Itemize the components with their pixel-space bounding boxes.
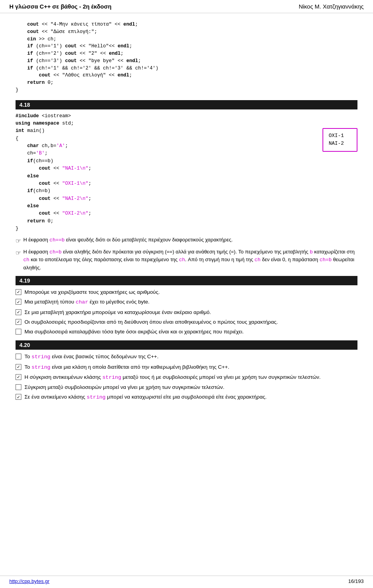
section-419-list: ✓ Μπορούμε να χειριζόμαστε τους χαρακτήρ… <box>16 288 357 336</box>
list-item: ✓ Σε μια μεταβλητή χαρακτήρα μπορούμε να… <box>16 309 357 316</box>
list-item: Σύγκριση μεταξύ συμβολοσειρών μπορεί να … <box>16 383 357 391</box>
output-box-418: OXI-1 NAI-2 <box>322 128 357 152</box>
output-line-1: OXI-1 <box>329 132 351 140</box>
list-item: ✓ Η σύγκριση αντικειμένων κλάσης string … <box>16 373 357 382</box>
code-line: return 0; <box>16 79 357 87</box>
item-text: Μια συμβολοσειρά καταλαμβάνει τόσα byte … <box>24 328 357 336</box>
header: Η γλώσσα C++ σε βάθος - 2η έκδοση Νίκος … <box>0 0 373 13</box>
code-line: else <box>16 173 315 180</box>
code-line: cout << "Δώσε επιλογή:"; <box>16 28 357 36</box>
header-title: Η γλώσσα C++ σε βάθος - 2η έκδοση <box>9 3 112 10</box>
checkbox-checked: ✓ <box>16 309 21 315</box>
page: Η γλώσσα C++ σε βάθος - 2η έκδοση Νίκος … <box>0 0 373 588</box>
checkbox-unchecked <box>16 354 21 359</box>
code-line: if(ch==b) <box>16 158 315 165</box>
list-item: Το string είναι ένας βασικός τύπος δεδομ… <box>16 353 357 361</box>
code-line: cout << "OXI-2\n"; <box>16 210 315 217</box>
code-line: int main() <box>16 127 315 135</box>
code-line: cout << "OXI-1\n"; <box>16 180 315 187</box>
list-item: ✓ Μπορούμε να χειριζόμαστε τους χαρακτήρ… <box>16 288 357 296</box>
footer-page: 16/193 <box>348 578 364 584</box>
code-line: char ch,b='A'; <box>16 142 315 150</box>
code-line: cout << "NAI-1\n"; <box>16 165 315 172</box>
code-line: return 0; <box>16 218 315 225</box>
code-line: ch='B'; <box>16 150 315 157</box>
section-418-code: #include <iostream> using namespace std;… <box>16 113 357 233</box>
item-text: Σύγκριση μεταξύ συμβολοσειρών μπορεί να … <box>24 383 357 391</box>
item-text: Μια μεταβλητή τύπου char έχει το μέγεθος… <box>24 298 357 306</box>
item-text: Σε μια μεταβλητή χαρακτήρα μπορούμε να κ… <box>24 309 357 316</box>
checkbox-unchecked <box>16 384 21 390</box>
item-text: Το string είναι μια κλάση η οποία διατίθ… <box>24 363 357 371</box>
code-line: if (ch=='3') cout << "bye bye" << endl; <box>16 57 357 65</box>
item-text: Η σύγκριση αντικειμένων κλάσης string με… <box>24 373 357 382</box>
item-text: Σε ένα αντικείμενο κλάσης string μπορεί … <box>24 393 357 401</box>
note-icon-1: ☞ <box>16 236 21 246</box>
footer: http://cpp.bytes.gr 16/193 <box>0 576 373 584</box>
checkbox-unchecked <box>16 329 21 335</box>
section-420-list: Το string είναι ένας βασικός τύπος δεδομ… <box>16 353 357 401</box>
list-item: ✓ Το string είναι μια κλάση η οποία διατ… <box>16 363 357 371</box>
code-line: } <box>16 87 357 94</box>
code-line: } <box>16 225 315 232</box>
note-icon-2: ☞ <box>16 248 21 258</box>
code-line: cin >> ch; <box>16 36 357 43</box>
code-line: using namespace std; <box>16 120 315 127</box>
code-line: #include <iostream> <box>16 113 315 120</box>
item-text: Οι συμβολοσειρές προσδιορίζονται από τη … <box>24 318 357 326</box>
list-item: ✓ Μια μεταβλητή τύπου char έχει το μέγεθ… <box>16 298 357 306</box>
note-418-2: ☞ Η έκφραση ch=b είναι αληθής διότι δεν … <box>16 248 357 272</box>
checkbox-checked: ✓ <box>16 289 21 295</box>
list-item: ✓ Οι συμβολοσειρές προσδιορίζονται από τ… <box>16 318 357 326</box>
checkbox-checked: ✓ <box>16 374 21 380</box>
checkbox-checked: ✓ <box>16 299 21 305</box>
code-line: { <box>16 135 315 142</box>
section-419-header: 4.19 <box>16 276 357 285</box>
top-code-block: cout << "4-Μην κάνεις τίποτα" << endl; c… <box>16 19 357 95</box>
list-item: ✓ Σε ένα αντικείμενο κλάσης string μπορε… <box>16 393 357 401</box>
list-item: Μια συμβολοσειρά καταλαμβάνει τόσα byte … <box>16 328 357 336</box>
code-line: if (ch!='1' && ch!='2' && ch!='3' && ch!… <box>16 65 357 72</box>
code-line: cout << "Λάθος επιλογή" << endl; <box>16 72 357 79</box>
checkbox-checked: ✓ <box>16 319 21 325</box>
content-area: cout << "4-Μην κάνεις τίποτα" << endl; c… <box>0 13 373 428</box>
code-line: if (ch=='1') cout << "Hello"<< endl; <box>16 43 357 50</box>
note-text-2: Η έκφραση ch=b είναι αληθής διότι δεν πρ… <box>23 248 357 272</box>
note-418-1: ☞ Η έκφραση ch==b είναι ψευδής διότι οι … <box>16 236 357 246</box>
note-text-1: Η έκφραση ch==b είναι ψευδής διότι οι δύ… <box>23 236 357 244</box>
code-line: if(ch=b) <box>16 187 315 195</box>
item-text: Μπορούμε να χειριζόμαστε τους χαρακτήρες… <box>24 288 357 296</box>
section-418-header: 4.18 <box>16 100 357 109</box>
code-418-main: #include <iostream> using namespace std;… <box>16 113 315 233</box>
footer-link[interactable]: http://cpp.bytes.gr <box>9 578 49 584</box>
header-author: Νίκος Μ. Χατζηγιαννάκης <box>299 3 364 10</box>
code-line: if (ch=='2') cout << "2" << endl; <box>16 50 357 57</box>
code-line: cout << "4-Μην κάνεις τίποτα" << endl; <box>16 21 357 28</box>
checkbox-checked: ✓ <box>16 394 21 400</box>
section-420-header: 4.20 <box>16 340 357 350</box>
item-text: Το string είναι ένας βασικός τύπος δεδομ… <box>24 353 357 361</box>
checkbox-checked: ✓ <box>16 364 21 370</box>
output-line-2: NAI-2 <box>329 140 351 148</box>
code-line: else <box>16 203 315 210</box>
code-line: cout << "NAI-2\n"; <box>16 195 315 203</box>
